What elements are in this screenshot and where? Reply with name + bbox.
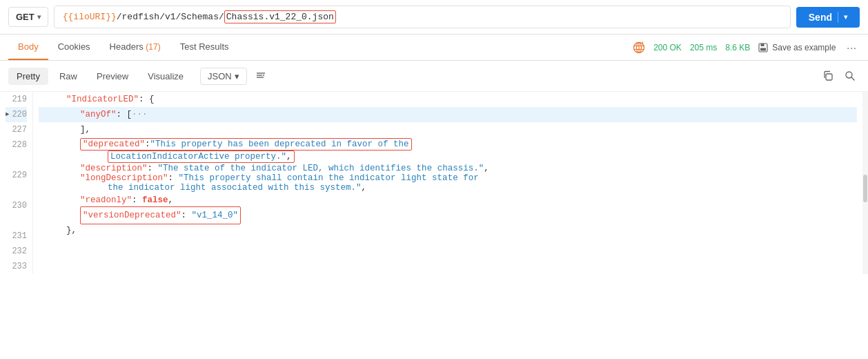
tab-test-results[interactable]: Test Results — [170, 35, 239, 60]
line-num-232: 232 — [6, 244, 27, 259]
format-pretty-button[interactable]: Pretty — [8, 68, 48, 85]
code-line-231: "readonly": false, — [39, 193, 857, 208]
format-json-select[interactable]: JSON ▾ — [200, 68, 247, 85]
code-line-227: ], — [39, 122, 857, 137]
more-options-button[interactable]: ··· — [844, 42, 860, 53]
code-line-230: "longDescription": "This property shall … — [39, 173, 857, 193]
format-raw-button[interactable]: Raw — [51, 68, 86, 85]
code-line-219: "IndicatorLED": { — [39, 92, 857, 107]
tab-cookies[interactable]: Cookies — [48, 35, 100, 60]
response-tabs: Body Cookies Headers (17) Test Results !… — [0, 35, 868, 61]
json-label: JSON — [208, 71, 232, 81]
code-content: "IndicatorLED": { "anyOf": [··· ], "depr… — [33, 92, 862, 274]
line-num-233: 233 — [6, 259, 27, 274]
tab-headers[interactable]: Headers (17) — [100, 35, 170, 60]
svg-rect-8 — [760, 48, 766, 50]
tab-headers-badge: (17) — [146, 42, 160, 52]
format-visualize-button[interactable]: Visualize — [139, 68, 192, 85]
send-divider — [838, 12, 838, 23]
scrollbar-thumb[interactable] — [863, 175, 867, 202]
tab-cookies-label: Cookies — [58, 41, 90, 52]
line-num-227: 227 — [6, 122, 27, 137]
svg-rect-7 — [761, 43, 765, 46]
code-line-232: "versionDeprecated": "v1_14_0" — [39, 208, 857, 223]
save-icon — [758, 43, 768, 52]
format-bar: Pretty Raw Preview Visualize JSON ▾ — [0, 61, 868, 92]
line-numbers: 219 ► 220 227 228 229 230 231 232 — [0, 92, 33, 274]
search-button[interactable] — [840, 66, 860, 86]
response-size: 8.6 KB — [725, 43, 750, 52]
line-num-228: 228 — [6, 137, 27, 168]
url-highlighted-part: Chassis.v1_22_0.json — [224, 10, 336, 23]
line-num-219: 219 — [6, 92, 27, 107]
network-warning-icon: ! — [633, 41, 645, 54]
deprecated-box-cont: LocationIndicatorActive property.", — [108, 151, 295, 163]
code-line-233: }, — [39, 223, 857, 238]
line-num-231: 231 — [6, 229, 27, 244]
code-line-220: "anyOf": [··· — [39, 107, 857, 122]
send-button[interactable]: Send ▾ — [796, 7, 860, 28]
send-label: Send — [809, 12, 832, 23]
response-time: 205 ms — [690, 43, 717, 52]
tab-body[interactable]: Body — [8, 35, 48, 60]
svg-text:!: ! — [642, 41, 644, 46]
tab-test-results-label: Test Results — [180, 41, 229, 52]
code-line-229: "description": "The state of the indicat… — [39, 164, 857, 173]
expand-arrow-icon[interactable]: ► — [6, 107, 9, 122]
url-input[interactable]: {{iloURI}}/redfish/v1/Schemas/Chassis.v1… — [54, 6, 791, 28]
svg-rect-12 — [826, 74, 832, 80]
version-deprecated-box: "versionDeprecated": "v1_14_0" — [80, 206, 241, 224]
line-num-220: ► 220 — [6, 107, 27, 122]
method-select[interactable]: GET ▾ — [8, 7, 48, 27]
line-num-229: 229 — [6, 168, 27, 198]
method-chevron-icon: ▾ — [37, 13, 41, 21]
tab-body-label: Body — [18, 41, 39, 52]
response-status: 200 OK — [653, 43, 682, 52]
code-area: 219 ► 220 227 228 229 230 231 232 — [0, 92, 868, 274]
svg-line-14 — [851, 77, 854, 80]
method-value: GET — [16, 12, 34, 22]
response-meta: ! 200 OK 205 ms 8.6 KB Save as example ·… — [633, 41, 860, 54]
line-num-230: 230 — [6, 198, 27, 229]
tab-headers-label: Headers (17) — [110, 41, 161, 52]
copy-button[interactable] — [818, 66, 838, 86]
save-example-button[interactable]: Save as example — [758, 43, 836, 52]
code-line-228: "deprecated": "This property has been de… — [39, 137, 857, 164]
format-preview-button[interactable]: Preview — [88, 68, 137, 85]
deprecated-box: "deprecated": "This property has been de… — [80, 138, 412, 151]
send-chevron-icon: ▾ — [844, 13, 847, 21]
url-template-part: {{iloURI}} — [63, 12, 117, 22]
scrollbar[interactable] — [862, 92, 868, 274]
json-chevron-icon: ▾ — [235, 71, 239, 81]
url-bar: GET ▾ {{iloURI}}/redfish/v1/Schemas/Chas… — [0, 0, 868, 35]
url-path-part: /redfish/v1/Schemas/ — [117, 12, 224, 22]
save-example-label: Save as example — [772, 43, 836, 52]
wrap-text-icon[interactable] — [253, 68, 269, 84]
